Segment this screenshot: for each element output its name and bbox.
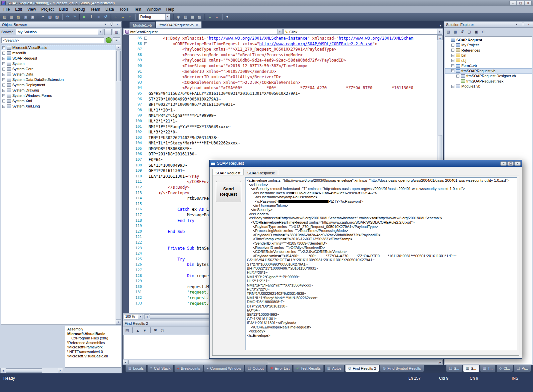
breakpoint-margin[interactable] bbox=[123, 35, 129, 313]
close-button[interactable]: × bbox=[525, 1, 532, 5]
soap-request-window[interactable]: SOAP Request –▢× SOAP RequestSOAP Respon… bbox=[209, 160, 522, 359]
solution-item-obj[interactable]: +obj bbox=[445, 58, 532, 63]
step-over-icon[interactable]: → bbox=[120, 13, 126, 20]
edit-custom-component-set-button[interactable]: ... bbox=[104, 29, 112, 35]
properties-icon[interactable]: ▤ bbox=[445, 29, 451, 35]
chevron-down-icon[interactable]: ▼ bbox=[138, 314, 143, 319]
search-options-icon[interactable]: ≡ bbox=[113, 37, 120, 43]
tab-command-window[interactable]: ▸Command Window bbox=[204, 365, 244, 372]
tab-test-results[interactable]: ✔Test Results bbox=[293, 365, 323, 372]
menu-team[interactable]: Team bbox=[88, 6, 103, 12]
expand-icon[interactable]: + bbox=[451, 49, 454, 52]
expand-icon[interactable]: + bbox=[2, 94, 5, 97]
solution-item-references[interactable]: +References bbox=[445, 48, 532, 53]
expand-icon[interactable]: + bbox=[451, 44, 454, 47]
menu-tools[interactable]: Tools bbox=[117, 6, 131, 12]
refresh-icon[interactable]: ↺ bbox=[459, 29, 465, 35]
expand-icon[interactable]: − bbox=[451, 69, 454, 72]
expand-icon[interactable]: + bbox=[2, 46, 5, 49]
break-all-icon[interactable]: ‖ bbox=[88, 13, 95, 20]
expand-icon[interactable]: + bbox=[2, 57, 5, 60]
side-tab-pr[interactable]: ▤Pr... bbox=[514, 365, 531, 372]
restart-debug-icon[interactable]: ↺ bbox=[102, 13, 109, 20]
expand-icon[interactable]: + bbox=[2, 89, 5, 92]
scrollbar-thumb[interactable] bbox=[116, 51, 121, 81]
solution-item-my-project[interactable]: +My Project bbox=[445, 43, 532, 48]
expand-icon[interactable]: + bbox=[451, 64, 454, 67]
object-browser-item[interactable]: +System.Deployment bbox=[1, 82, 121, 88]
cut-icon[interactable]: ✂ bbox=[40, 13, 46, 20]
copy-icon[interactable]: ▥ bbox=[47, 13, 53, 20]
chevron-down-icon[interactable]: ▼ bbox=[98, 29, 103, 35]
side-tab-t[interactable]: ▦T... bbox=[480, 365, 496, 372]
save-icon[interactable]: ▣ bbox=[22, 13, 29, 20]
doc-tab-module1-vb[interactable]: Module1.vb bbox=[129, 22, 156, 28]
object-browser-item[interactable]: +Microsoft.VisualBasic bbox=[1, 45, 121, 50]
paste-icon[interactable]: ▨ bbox=[54, 13, 60, 20]
tab-find-results-2[interactable]: ◎Find Results 2 bbox=[345, 365, 379, 372]
menu-test[interactable]: Test bbox=[131, 6, 144, 12]
scrollbar-thumb[interactable] bbox=[128, 360, 268, 364]
scroll-up-icon[interactable]: ▲ bbox=[116, 45, 121, 50]
object-browser-item[interactable]: +SOAP Request bbox=[1, 56, 121, 61]
toolbar-options-icon[interactable]: ▾ bbox=[224, 13, 231, 20]
chevron-down-icon[interactable]: ▼ bbox=[437, 29, 442, 34]
document-list-dropdown-icon[interactable]: ▼ bbox=[438, 23, 443, 28]
menu-view[interactable]: View bbox=[25, 6, 39, 12]
step-into-icon[interactable]: ↓ bbox=[113, 13, 119, 20]
close-icon[interactable]: × bbox=[115, 22, 120, 27]
scroll-right-icon[interactable]: ▶ bbox=[438, 360, 443, 364]
side-tab-s2[interactable]: ▥S... bbox=[463, 365, 479, 372]
tab-breakpoints[interactable]: ●Breakpoints bbox=[174, 365, 203, 372]
expand-icon[interactable]: + bbox=[451, 59, 454, 62]
new-project-icon[interactable]: ▤ bbox=[1, 13, 8, 20]
chevron-down-icon[interactable]: ▼ bbox=[277, 29, 282, 34]
tab-locals[interactable]: ▦Locals bbox=[125, 365, 147, 372]
scroll-left-icon[interactable]: ◀ bbox=[123, 360, 128, 364]
menu-window[interactable]: Window bbox=[144, 6, 164, 12]
close-icon[interactable]: × bbox=[196, 23, 198, 27]
object-browser-item[interactable]: +System bbox=[1, 61, 121, 66]
solution-item-frmsoaprequest-resx[interactable]: frmSOAPRequest.resx bbox=[445, 79, 532, 84]
expand-icon[interactable]: + bbox=[2, 73, 5, 76]
search-go-icon[interactable]: → bbox=[106, 37, 112, 43]
close-button[interactable]: × bbox=[514, 161, 521, 166]
send-request-button[interactable]: Send Request bbox=[216, 181, 241, 202]
menu-data[interactable]: Data bbox=[103, 6, 117, 12]
expand-icon[interactable]: + bbox=[2, 78, 5, 81]
object-browser-item[interactable]: +mscorlib bbox=[1, 50, 121, 56]
goto-next-result-icon[interactable]: ▼ bbox=[142, 327, 148, 333]
side-tab-cl[interactable]: ◇Cl... bbox=[496, 365, 513, 372]
redo-icon[interactable]: ↷ bbox=[71, 13, 78, 20]
event-dropdown[interactable]: ↯ Click ▼ bbox=[283, 29, 442, 35]
tab-output[interactable]: ▤Output bbox=[245, 365, 266, 372]
output-doc-icon[interactable]: ▤ bbox=[124, 327, 130, 333]
expand-icon[interactable]: + bbox=[451, 54, 454, 57]
soap-envelope-textbox[interactable]: <s:Envelope xmlns:s="http://www.w3.org/2… bbox=[245, 177, 517, 350]
find-icon[interactable]: ◎ bbox=[159, 327, 166, 333]
save-all-icon[interactable]: ▣ bbox=[29, 13, 36, 20]
expand-icon[interactable]: + bbox=[2, 84, 5, 87]
dialog-title-bar[interactable]: SOAP Request –▢× bbox=[210, 160, 522, 167]
side-tab-s1[interactable]: ▤S... bbox=[446, 365, 462, 372]
close-icon[interactable]: × bbox=[526, 22, 531, 27]
expand-icon[interactable]: + bbox=[2, 68, 5, 71]
menu-edit[interactable]: Edit bbox=[12, 6, 25, 12]
start-debug-icon[interactable]: ▶ bbox=[81, 13, 88, 20]
scroll-up-icon[interactable]: ▲ bbox=[437, 35, 443, 40]
step-out-icon[interactable]: ↑ bbox=[127, 13, 133, 20]
solution-explorer-header[interactable]: Solution Explorer ▼× bbox=[444, 21, 533, 28]
window-position-icon[interactable]: ▼ bbox=[514, 22, 519, 27]
open-file-icon[interactable]: ▧ bbox=[15, 13, 22, 20]
view-class-diagram-icon[interactable]: ◇ bbox=[480, 29, 486, 35]
menu-project[interactable]: Project bbox=[39, 6, 56, 12]
tab-error-list[interactable]: ✖Error List bbox=[267, 365, 292, 372]
expand-icon[interactable]: + bbox=[451, 85, 454, 88]
maximize-button[interactable]: ▢ bbox=[517, 1, 524, 5]
solution-item-module1-vb[interactable]: +Module1.vb bbox=[445, 84, 532, 89]
doc-tab-frmsoaprequest-vb[interactable]: frmSOAPRequest.vb× bbox=[156, 21, 202, 28]
object-browser-item[interactable]: +System.Xml.Linq bbox=[1, 103, 121, 109]
view-code-icon[interactable]: ▢ bbox=[466, 29, 472, 35]
solution-item-frmsoaprequest-vb[interactable]: −frmSOAPRequest.vb bbox=[445, 68, 532, 74]
tab-autos[interactable]: ▦Autos bbox=[324, 365, 345, 372]
